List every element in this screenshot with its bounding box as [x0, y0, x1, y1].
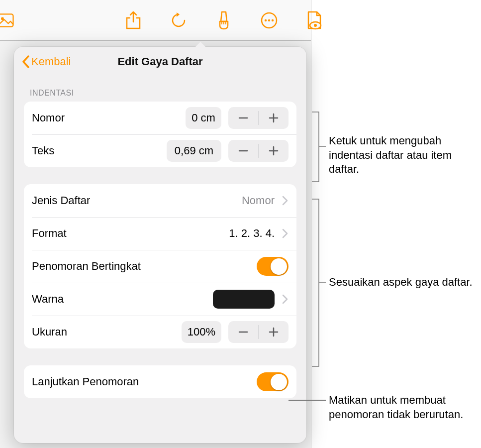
row-teks-indent: Teks 0,69 cm: [24, 134, 296, 167]
value-teks-indent[interactable]: 0,69 cm: [167, 140, 221, 162]
switch-lanjutkan-penomoran[interactable]: [257, 372, 289, 391]
value-format: 1. 2. 3. 4.: [229, 227, 275, 240]
toolbar: [0, 0, 311, 41]
row-format[interactable]: Format 1. 2. 3. 4.: [24, 217, 296, 250]
value-nomor-indent[interactable]: 0 cm: [186, 107, 221, 129]
label-warna: Warna: [32, 293, 64, 306]
callout-continue: Matikan untuk membuat penomoran tidak be…: [329, 393, 481, 422]
label-jenis-daftar: Jenis Daftar: [32, 194, 90, 207]
more-icon[interactable]: [260, 11, 278, 29]
row-nomor-indent: Nomor 0 cm: [24, 102, 296, 134]
photo-icon[interactable]: [0, 11, 15, 29]
label-ukuran: Ukuran: [32, 326, 67, 338]
row-jenis-daftar[interactable]: Jenis Daftar Nomor: [24, 184, 296, 217]
label-penomoran-bertingkat: Penomoran Bertingkat: [32, 260, 141, 273]
label-format: Format: [32, 227, 67, 240]
group-continue: Lanjutkan Penomoran: [24, 365, 296, 398]
stepper-minus-button[interactable]: [228, 140, 258, 162]
row-lanjutkan-penomoran: Lanjutkan Penomoran: [24, 365, 296, 398]
stepper-minus-button[interactable]: [228, 321, 258, 343]
chevron-right-icon: [282, 294, 289, 305]
stepper-teks-indent: [228, 140, 289, 162]
svg-point-3: [265, 19, 267, 21]
format-popover: Kembali Edit Gaya Daftar INDENTASI Nomor…: [14, 47, 306, 443]
chevron-right-icon: [282, 228, 289, 239]
color-swatch: [213, 290, 275, 309]
undo-icon[interactable]: [170, 11, 188, 29]
svg-point-5: [272, 19, 274, 21]
stepper-plus-button[interactable]: [259, 140, 289, 162]
toolbar-group: [124, 11, 323, 29]
svg-rect-0: [0, 14, 13, 26]
popover-body: INDENTASI Nomor 0 cm: [14, 77, 306, 443]
stepper-minus-button[interactable]: [228, 107, 258, 129]
stepper-plus-button[interactable]: [259, 107, 289, 129]
popover-header: Kembali Edit Gaya Daftar: [14, 47, 306, 77]
row-warna[interactable]: Warna: [24, 283, 296, 316]
label-teks: Teks: [32, 144, 54, 157]
label-lanjutkan-penomoran: Lanjutkan Penomoran: [32, 375, 139, 388]
stepper-ukuran: [228, 321, 289, 343]
callout-style: Sesuaikan aspek gaya daftar.: [329, 275, 481, 290]
chevron-right-icon: [282, 195, 289, 206]
value-jenis-daftar: Nomor: [242, 194, 275, 207]
app-frame: Kembali Edit Gaya Daftar INDENTASI Nomor…: [0, 0, 311, 448]
back-label: Kembali: [31, 55, 71, 68]
callout-indent: Ketuk untuk mengubah indentasi daftar at…: [329, 134, 481, 177]
group-style: Jenis Daftar Nomor Format 1. 2. 3. 4.: [24, 184, 296, 348]
row-ukuran: Ukuran 100%: [24, 316, 296, 348]
svg-point-7: [314, 24, 317, 27]
group-indentasi: Nomor 0 cm: [24, 102, 296, 167]
switch-penomoran-bertingkat[interactable]: [257, 257, 289, 276]
document-view-icon[interactable]: [305, 11, 323, 29]
value-ukuran[interactable]: 100%: [182, 321, 221, 343]
brush-icon[interactable]: [215, 11, 233, 29]
stepper-plus-button[interactable]: [259, 321, 289, 343]
svg-point-4: [268, 19, 270, 21]
back-button[interactable]: Kembali: [22, 55, 71, 68]
section-header-indentasi: INDENTASI: [24, 89, 296, 102]
label-nomor: Nomor: [32, 112, 65, 124]
row-penomoran-bertingkat: Penomoran Bertingkat: [24, 250, 296, 283]
stepper-nomor-indent: [228, 107, 289, 129]
share-icon[interactable]: [124, 11, 142, 29]
